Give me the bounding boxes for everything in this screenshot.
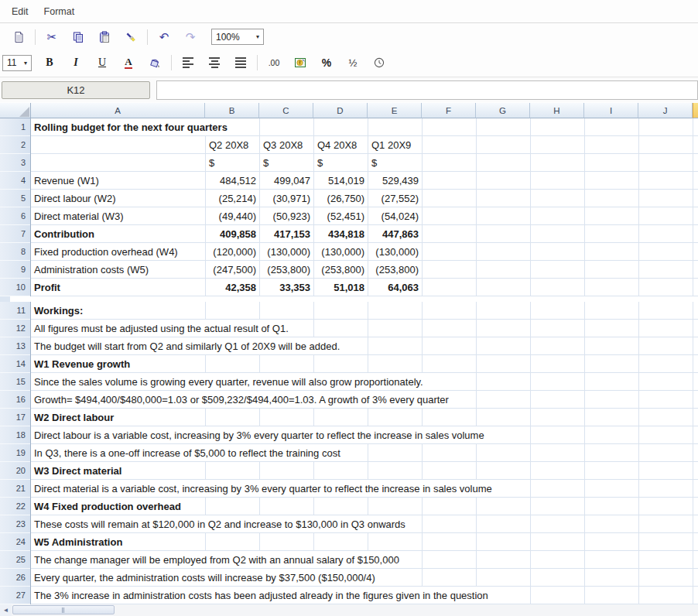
row-header-10[interactable]: 10 [0, 279, 30, 296]
fraction-format-button[interactable]: ½ [346, 55, 360, 70]
cell-a26[interactable]: Every quarter, the administration costs … [33, 569, 378, 586]
row-header-23[interactable]: 23 [0, 515, 30, 533]
cell-e3[interactable]: $ [368, 154, 422, 171]
cell-c7[interactable]: 417,153 [260, 225, 313, 242]
row-header-27[interactable]: 27 [0, 587, 30, 604]
cell-b3[interactable]: $ [206, 154, 259, 171]
row-header-5[interactable]: 5 [0, 190, 30, 207]
cell-b9[interactable]: (247,500) [206, 261, 259, 278]
column-header-a[interactable]: A [31, 103, 205, 118]
column-header-f[interactable]: F [422, 103, 476, 118]
cell-a7[interactable]: Contribution [33, 225, 97, 242]
cell-a23[interactable]: These costs will remain at $120,000 in Q… [33, 515, 408, 532]
column-header-b[interactable]: B [205, 103, 259, 118]
row-header-8[interactable]: 8 [0, 243, 30, 261]
row-header-17[interactable]: 17 [0, 409, 30, 426]
cell-a14[interactable]: W1 Revenue growth [33, 355, 132, 372]
column-header-c[interactable]: C [259, 103, 313, 118]
bold-button[interactable]: B [43, 55, 56, 70]
row-header-25[interactable]: 25 [0, 551, 30, 569]
row-header-26[interactable]: 26 [0, 569, 30, 587]
cell-a10[interactable]: Profit [33, 279, 63, 296]
row-header-19[interactable]: 19 [0, 444, 30, 462]
align-justify-button[interactable] [234, 55, 248, 70]
decimal-format-button[interactable]: .00 [267, 55, 281, 70]
paste-button[interactable] [98, 29, 111, 45]
cut-button[interactable]: ✂ [45, 29, 59, 45]
row-header-20[interactable]: 20 [0, 462, 30, 480]
name-box[interactable]: K12 [2, 81, 150, 99]
horizontal-scrollbar[interactable]: ◄ [0, 604, 698, 616]
column-header-d[interactable]: D [313, 103, 368, 118]
cell-a11[interactable]: Workings: [33, 302, 85, 319]
cell-e8[interactable]: (130,000) [368, 243, 422, 260]
cell-a9[interactable]: Administration costs (W5) [33, 261, 151, 278]
cell-b6[interactable]: (49,440) [206, 207, 259, 224]
row-header-14[interactable]: 14 [0, 355, 30, 373]
cell-c6[interactable]: (50,923) [260, 207, 313, 224]
menu-format[interactable]: Format [44, 6, 75, 17]
time-format-button[interactable] [372, 55, 386, 70]
cell-e4[interactable]: 529,439 [368, 172, 422, 189]
cell-d10[interactable]: 51,018 [314, 279, 368, 296]
column-header-e[interactable]: E [368, 103, 422, 118]
cell-a16[interactable]: Growth= $494,400/$480,000=1.03 or $509,2… [33, 391, 451, 408]
cell-d4[interactable]: 514,019 [314, 172, 368, 189]
cell-d2[interactable]: Q4 20X8 [314, 136, 368, 153]
row-header-21[interactable]: 21 [0, 480, 30, 498]
cell-b2[interactable]: Q2 20X8 [206, 136, 259, 153]
cell-e7[interactable]: 447,863 [368, 225, 422, 242]
cell-d9[interactable]: (253,800) [314, 261, 368, 278]
cell-b8[interactable]: (120,000) [206, 243, 259, 260]
cell-c4[interactable]: 499,047 [260, 172, 313, 189]
cell-a27[interactable]: The 3% increase in administration costs … [33, 587, 491, 604]
row-header-6[interactable]: 6 [0, 207, 30, 225]
row-header-4[interactable]: 4 [0, 172, 30, 190]
redo-button[interactable]: ↷ [183, 29, 197, 45]
column-header-k-partial[interactable] [693, 103, 698, 118]
row-header-1[interactable]: 1 [0, 118, 30, 136]
align-center-button[interactable] [207, 55, 221, 70]
cell-e9[interactable]: (253,800) [368, 261, 422, 278]
cell-a5[interactable]: Direct labour (W2) [33, 190, 118, 207]
cell-d5[interactable]: (26,750) [314, 190, 368, 207]
row-header-12[interactable]: 12 [0, 320, 30, 337]
cell-a1[interactable]: Rolling budget for the next four quarter… [33, 118, 230, 135]
cell-c3[interactable]: $ [260, 154, 313, 171]
cell-d7[interactable]: 434,818 [314, 225, 368, 242]
cell-b4[interactable]: 484,512 [206, 172, 259, 189]
percent-format-button[interactable]: % [320, 55, 334, 70]
cell-c10[interactable]: 33,353 [260, 279, 313, 296]
column-header-g[interactable]: G [476, 103, 530, 118]
column-header-i[interactable]: I [584, 103, 638, 118]
column-header-h[interactable]: H [530, 103, 584, 118]
copy-button[interactable] [71, 29, 85, 45]
select-all-corner[interactable] [0, 103, 31, 118]
formula-input[interactable] [156, 80, 698, 100]
row-header-11[interactable]: 11 [0, 302, 30, 320]
cell-a4[interactable]: Revenue (W1) [33, 172, 101, 189]
row-header-16[interactable]: 16 [0, 391, 30, 409]
menu-edit[interactable]: Edit [12, 6, 29, 17]
cell-c2[interactable]: Q3 20X8 [260, 136, 313, 153]
cell-a8[interactable]: Fixed production overhead (W4) [33, 243, 180, 260]
new-document-button[interactable] [12, 29, 26, 45]
cell-a6[interactable]: Direct material (W3) [33, 207, 126, 224]
row-header-13[interactable]: 13 [0, 337, 30, 355]
row-header-3[interactable]: 3 [0, 154, 30, 172]
cell-e5[interactable]: (27,552) [368, 190, 422, 207]
cell-a20[interactable]: W3 Direct material [33, 462, 124, 479]
align-left-button[interactable] [181, 55, 195, 70]
row-header-15[interactable]: 15 [0, 373, 30, 391]
cell-a13[interactable]: The budget will start from Q2 and simila… [33, 337, 342, 354]
underline-button[interactable]: U [95, 55, 109, 70]
format-painter-button[interactable] [124, 29, 138, 45]
row-header-24[interactable]: 24 [0, 533, 30, 551]
font-color-button[interactable]: A [121, 55, 135, 70]
scroll-left-button[interactable]: ◄ [0, 604, 12, 616]
row-header-9[interactable]: 9 [0, 261, 30, 279]
cell-a24[interactable]: W5 Administration [33, 533, 125, 550]
cell-d3[interactable]: $ [314, 154, 368, 171]
scrollbar-thumb[interactable] [12, 605, 115, 614]
cell-b5[interactable]: (25,214) [206, 190, 259, 207]
